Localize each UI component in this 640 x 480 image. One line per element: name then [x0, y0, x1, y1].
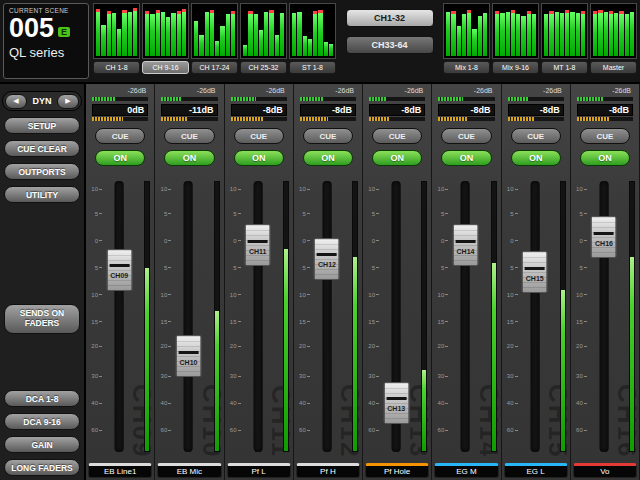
- cue-button[interactable]: CUE: [372, 128, 422, 144]
- level-meter-fill: [492, 263, 496, 451]
- meter-bank-thumbnail[interactable]: [240, 3, 287, 59]
- channel-name[interactable]: EB Mic: [157, 463, 221, 478]
- cue-button[interactable]: CUE: [441, 128, 491, 144]
- meter-bank-label[interactable]: ST 1-8: [289, 61, 336, 74]
- dca-9-16-button[interactable]: DCA 9-16: [4, 413, 80, 430]
- channel-name[interactable]: EG L: [504, 463, 568, 478]
- fader-cap[interactable]: CH15: [522, 251, 548, 293]
- scale-tick-label: 20: [576, 343, 583, 349]
- meter-bank-label[interactable]: CH 9-16: [142, 61, 189, 74]
- scale-tick: 5: [579, 211, 586, 217]
- nav-right-arrow-button[interactable]: ▶: [57, 94, 79, 109]
- channel-name[interactable]: Vo: [573, 463, 637, 478]
- fader-track[interactable]: CH09: [115, 181, 124, 452]
- on-button[interactable]: ON: [580, 150, 630, 166]
- sends-on-faders-button[interactable]: SENDS ON FADERS: [4, 304, 80, 334]
- meter-bank-thumbnail[interactable]: [191, 3, 238, 59]
- meter-bank-label[interactable]: Mix 9-16: [492, 61, 539, 74]
- outports-button[interactable]: OUTPORTS: [4, 163, 80, 180]
- cue-button[interactable]: CUE: [95, 128, 145, 144]
- scene-display[interactable]: CURRENT SCENE 005 E QL series: [3, 3, 89, 79]
- cue-button[interactable]: CUE: [580, 128, 630, 144]
- scale-tick-label: 60: [91, 427, 98, 433]
- meter-bank: Master: [590, 3, 637, 79]
- top-bar: CURRENT SCENE 005 E QL series CH 1-8CH 9…: [0, 0, 640, 84]
- channel-name[interactable]: Pf L: [227, 463, 291, 478]
- scale-tick-label: 0: [95, 238, 98, 244]
- dca-1-8-button[interactable]: DCA 1-8: [4, 390, 80, 407]
- scale-tick-label: 60: [230, 427, 237, 433]
- fader-cap[interactable]: CH11: [245, 224, 271, 266]
- cue-clear-button[interactable]: CUE CLEAR: [4, 140, 80, 157]
- on-button[interactable]: ON: [511, 150, 561, 166]
- meter-bank-label[interactable]: CH 17-24: [191, 61, 238, 74]
- utility-button[interactable]: UTILITY: [4, 186, 80, 203]
- post-meter-fill: [231, 117, 265, 121]
- meter-bank-label[interactable]: Mix 1-8: [443, 61, 490, 74]
- fader-cap[interactable]: CH09: [106, 249, 132, 291]
- meter-bar: [318, 10, 322, 57]
- channel-strip-ch10: -26dB-11dBCUEONCH1010505101520304060CH10…: [155, 84, 224, 480]
- on-button[interactable]: ON: [234, 150, 284, 166]
- fader-track[interactable]: CH12: [322, 181, 331, 452]
- on-button[interactable]: ON: [303, 150, 353, 166]
- on-button[interactable]: ON: [164, 150, 214, 166]
- scale-tick: 5: [579, 265, 586, 271]
- channel-name[interactable]: EB Line1: [88, 463, 152, 478]
- meter-bar: [243, 45, 247, 56]
- channel-name[interactable]: Pf Hole: [365, 463, 429, 478]
- channel-name[interactable]: Pf H: [296, 463, 360, 478]
- scale-tick-label: 5: [441, 265, 444, 271]
- meter-bank-thumbnail[interactable]: [93, 3, 140, 59]
- scale-tick: 10: [161, 186, 172, 192]
- meter-bank-label[interactable]: MT 1-8: [541, 61, 588, 74]
- meter-bar: [467, 10, 471, 57]
- cue-button[interactable]: CUE: [303, 128, 353, 144]
- on-button[interactable]: ON: [441, 150, 491, 166]
- level-meter: [144, 181, 150, 452]
- long-faders-button[interactable]: LONG FADERS: [4, 459, 80, 476]
- meter-bar: [500, 13, 504, 56]
- setup-button[interactable]: SETUP: [4, 117, 80, 134]
- channel-name[interactable]: EG M: [434, 463, 498, 478]
- fader-cap[interactable]: CH10: [175, 335, 201, 377]
- meter-bank-thumbnail[interactable]: [142, 3, 189, 59]
- nav-left-arrow-button[interactable]: ◀: [5, 94, 27, 109]
- bank-button-ch1-32[interactable]: CH1-32: [346, 9, 434, 27]
- meter-bank-label[interactable]: Master: [590, 61, 637, 74]
- cue-button[interactable]: CUE: [511, 128, 561, 144]
- gain-button[interactable]: GAIN: [4, 436, 80, 453]
- cue-button[interactable]: CUE: [234, 128, 284, 144]
- meter-bank-thumbnail[interactable]: [541, 3, 588, 59]
- meter-bank-thumbnail[interactable]: [590, 3, 637, 59]
- fader-track[interactable]: CH13: [392, 181, 401, 452]
- scale-tick: 60: [507, 427, 518, 433]
- on-button[interactable]: ON: [95, 150, 145, 166]
- fader-cap[interactable]: CH12: [314, 238, 340, 280]
- scale-tick: 10: [507, 292, 518, 298]
- fader-cap[interactable]: CH16: [591, 216, 617, 258]
- fader-cap[interactable]: CH13: [383, 382, 409, 424]
- scale-tick-label: 10: [438, 292, 445, 298]
- meter-bank-thumbnail[interactable]: [492, 3, 539, 59]
- scale-tick: 5: [441, 265, 448, 271]
- scale-tick-label: 10: [507, 186, 514, 192]
- fader-track[interactable]: CH14: [461, 181, 470, 452]
- scale-tick: 30: [91, 373, 102, 379]
- on-button[interactable]: ON: [372, 150, 422, 166]
- scale-tick-label: 40: [576, 400, 583, 406]
- cue-button[interactable]: CUE: [164, 128, 214, 144]
- bank-button-ch33-64[interactable]: CH33-64: [346, 36, 434, 54]
- fader-cap-label: CH16: [595, 240, 613, 247]
- meter-bank-thumbnail[interactable]: [289, 3, 336, 59]
- scale-tick-label: 60: [368, 427, 375, 433]
- meter-bank-label[interactable]: CH 25-32: [240, 61, 287, 74]
- fader-track[interactable]: CH10: [184, 181, 193, 452]
- meter-bank-label[interactable]: CH 1-8: [93, 61, 140, 74]
- fader-cap[interactable]: CH14: [452, 224, 478, 266]
- fader-track[interactable]: CH11: [253, 181, 262, 452]
- meter-bank-thumbnail[interactable]: [443, 3, 490, 59]
- meter-bank: Mix 9-16: [492, 3, 539, 79]
- fader-track[interactable]: CH15: [530, 181, 539, 452]
- fader-track[interactable]: CH16: [599, 181, 608, 452]
